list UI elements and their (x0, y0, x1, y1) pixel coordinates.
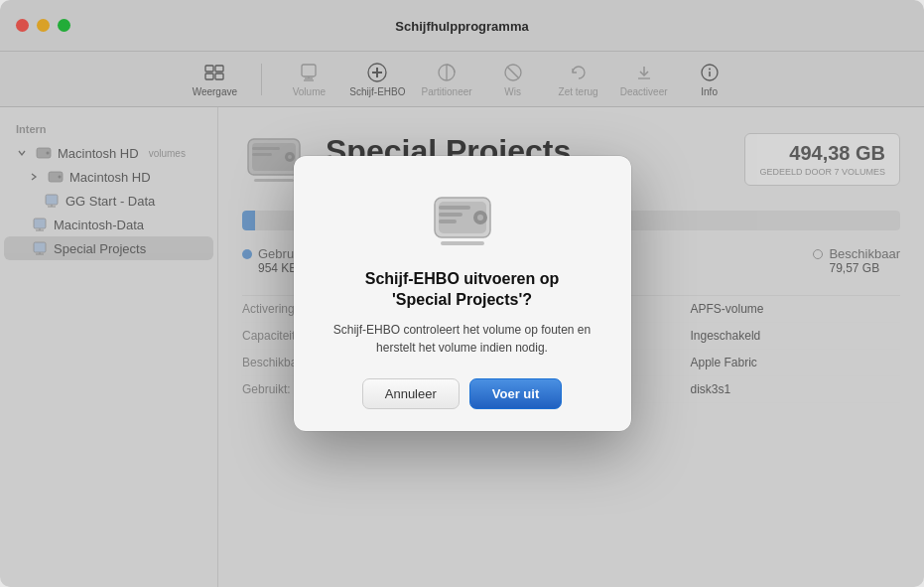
svg-rect-43 (439, 206, 470, 210)
dialog: Schijf-EHBO uitvoeren op'Special Project… (294, 156, 631, 431)
svg-rect-45 (439, 220, 457, 223)
svg-rect-44 (439, 213, 462, 217)
dialog-message: Schijf-EHBO controleert het volume op fo… (322, 321, 603, 357)
dialog-overlay: Schijf-EHBO uitvoeren op'Special Project… (0, 0, 924, 587)
dialog-buttons: Annuleer Voer uit (322, 378, 603, 409)
dialog-title: Schijf-EHBO uitvoeren op'Special Project… (365, 269, 560, 311)
main-window: Schijfhulpprogramma Weergave (0, 0, 924, 587)
svg-rect-46 (441, 241, 484, 245)
cancel-button[interactable]: Annuleer (362, 378, 460, 409)
svg-point-42 (477, 215, 483, 220)
confirm-button[interactable]: Voer uit (469, 378, 562, 409)
dialog-hdd-icon (427, 184, 498, 269)
